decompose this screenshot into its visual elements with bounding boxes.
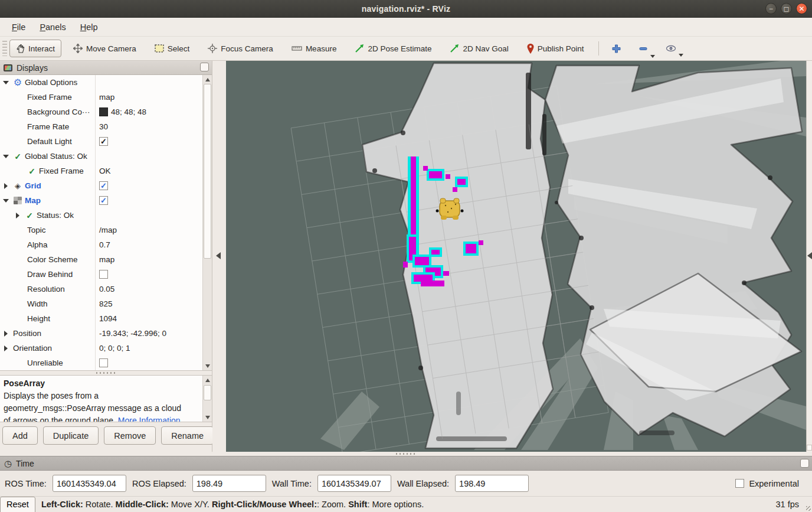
tree-row-draw-behind[interactable]: Draw Behind	[0, 267, 202, 282]
chevron-down-icon[interactable]	[650, 55, 655, 58]
tree-row-position[interactable]: Position -19.343; -42.996; 0	[0, 326, 202, 341]
expander-icon[interactable]	[12, 213, 24, 219]
collapse-left-icon[interactable]	[216, 252, 221, 259]
bottom-splitter[interactable]	[0, 452, 812, 456]
description-scrollbar[interactable]	[202, 376, 212, 422]
tree-row-resolution[interactable]: Resolution 0.05	[0, 282, 202, 296]
tree-row-global-options[interactable]: ⚙ Global Options	[0, 75, 202, 90]
color-swatch	[99, 107, 108, 116]
expander-icon[interactable]	[0, 183, 12, 189]
minus-icon	[639, 44, 648, 53]
tree-row-global-status[interactable]: ✓ Global Status: Ok	[0, 149, 202, 164]
expander-icon[interactable]	[0, 345, 12, 351]
remove-button[interactable]: Remove	[104, 426, 156, 445]
collapse-right-icon[interactable]	[807, 252, 812, 259]
tree-row-topic[interactable]: Topic /map	[0, 223, 202, 237]
tree-row-fixed-frame-ok[interactable]: ✓ Fixed Frame OK	[0, 164, 202, 178]
tree-row-grid[interactable]: ◈ Grid ✓	[0, 178, 202, 193]
more-information-link[interactable]: More Information.	[118, 416, 183, 422]
tool-focus-camera[interactable]: Focus Camera	[201, 40, 280, 57]
tool-interact[interactable]: Interact	[9, 40, 61, 57]
description-line: of arrows on the ground plane. More Info…	[4, 415, 200, 422]
tool-move-camera[interactable]: Move Camera	[67, 40, 143, 57]
tool-measure[interactable]: Measure	[285, 40, 343, 57]
experimental-checkbox[interactable]	[735, 479, 744, 488]
displays-panel: Displays ⚙ Global Options Fixed Frame ma…	[0, 61, 212, 452]
scrollbar-thumb[interactable]	[204, 84, 211, 259]
map-pin-icon	[527, 44, 534, 54]
window-titlebar[interactable]: navigation.rviz* - RViz − ◻ ✕	[0, 0, 812, 18]
property-tree: ⚙ Global Options Fixed Frame map Backgro…	[0, 75, 202, 370]
panel-float-button[interactable]	[200, 63, 209, 71]
tree-row-fixed-frame[interactable]: Fixed Frame map	[0, 90, 202, 105]
grid-display-icon: ◈	[12, 182, 24, 190]
tool-2d-nav-goal[interactable]: 2D Nav Goal	[443, 40, 515, 57]
tree-scrollbar[interactable]	[202, 75, 212, 370]
tree-row-height[interactable]: Height 1094	[0, 311, 202, 326]
checkbox-unchecked[interactable]	[99, 270, 108, 279]
close-button[interactable]: ✕	[796, 3, 807, 14]
scroll-up-icon[interactable]	[203, 376, 212, 384]
expander-icon[interactable]	[0, 331, 12, 337]
expander-icon[interactable]	[0, 155, 12, 158]
duplicate-button[interactable]: Duplicate	[43, 426, 99, 445]
left-splitter[interactable]	[212, 61, 226, 452]
wall-elapsed-input[interactable]	[455, 475, 529, 492]
render-viewport[interactable]	[226, 61, 806, 452]
checkbox-unchecked[interactable]	[99, 358, 108, 367]
scrollbar-track[interactable]	[203, 84, 212, 361]
map-view	[226, 61, 806, 452]
tree-row-default-light[interactable]: Default Light ✓	[0, 134, 202, 149]
displays-panel-header[interactable]: Displays	[0, 61, 212, 75]
checkbox-checked[interactable]: ✓	[99, 137, 108, 146]
checkbox-checked[interactable]: ✓	[99, 181, 108, 190]
rename-button[interactable]: Rename	[161, 426, 214, 445]
tree-row-background-color[interactable]: Background Co··· 48; 48; 48	[0, 105, 202, 119]
menu-bar: File Panels Help	[0, 18, 812, 37]
ros-time-label: ROS Time:	[5, 479, 47, 488]
panel-splitter[interactable]	[0, 371, 212, 375]
tool-publish-point[interactable]: Publish Point	[520, 40, 591, 58]
ros-time-input[interactable]	[53, 475, 126, 492]
ros-elapsed-input[interactable]	[192, 475, 266, 492]
ros-elapsed-label: ROS Elapsed:	[132, 479, 186, 488]
tree-row-orientation[interactable]: Orientation 0; 0; 0; 1	[0, 341, 202, 356]
wall-time-input[interactable]	[317, 475, 391, 492]
resize-grip[interactable]	[806, 506, 811, 511]
tree-row-width[interactable]: Width 825	[0, 296, 202, 311]
add-tool-button[interactable]	[606, 42, 627, 56]
tool-properties-button[interactable]	[660, 43, 682, 54]
maximize-button[interactable]: ◻	[781, 3, 792, 14]
eye-icon	[666, 45, 676, 52]
checkbox-checked[interactable]: ✓	[99, 196, 108, 205]
tool-select[interactable]: Select	[148, 40, 197, 57]
tool-2d-pose-estimate[interactable]: 2D Pose Estimate	[348, 40, 438, 57]
menu-help[interactable]: Help	[74, 20, 104, 34]
remove-tool-button[interactable]	[633, 42, 654, 56]
right-collapsed-panel[interactable]	[806, 61, 812, 452]
reset-button[interactable]: Reset	[0, 497, 35, 512]
expander-icon[interactable]	[0, 199, 12, 203]
menu-file[interactable]: File	[6, 20, 31, 34]
expander-icon[interactable]	[0, 81, 12, 84]
tree-row-alpha[interactable]: Alpha 0.7	[0, 237, 202, 252]
tree-row-map[interactable]: Map ✓	[0, 193, 202, 208]
scrollbar-thumb[interactable]	[204, 385, 211, 400]
minimize-button[interactable]: −	[765, 3, 777, 14]
move-camera-icon	[73, 44, 83, 53]
toolbar: Interact Move Camera Select Focus Camera…	[0, 37, 812, 61]
tree-row-frame-rate[interactable]: Frame Rate 30	[0, 119, 202, 134]
time-panel-header[interactable]: ◷ Time	[0, 456, 812, 471]
scroll-down-icon[interactable]	[203, 413, 212, 422]
scroll-down-icon[interactable]	[203, 361, 212, 370]
menu-panels[interactable]: Panels	[34, 20, 71, 34]
tree-row-color-scheme[interactable]: Color Scheme map	[0, 252, 202, 267]
time-panel-body: ROS Time: ROS Elapsed: Wall Time: Wall E…	[0, 471, 812, 496]
add-button[interactable]: Add	[2, 426, 38, 445]
tree-row-unreliable[interactable]: Unreliable	[0, 356, 202, 370]
panel-float-button[interactable]	[800, 459, 809, 468]
chevron-down-icon[interactable]	[679, 54, 683, 57]
toolbar-drag-handle[interactable]	[2, 41, 7, 56]
tree-row-map-status[interactable]: ✓ Status: Ok	[0, 208, 202, 223]
scroll-up-icon[interactable]	[203, 75, 212, 84]
